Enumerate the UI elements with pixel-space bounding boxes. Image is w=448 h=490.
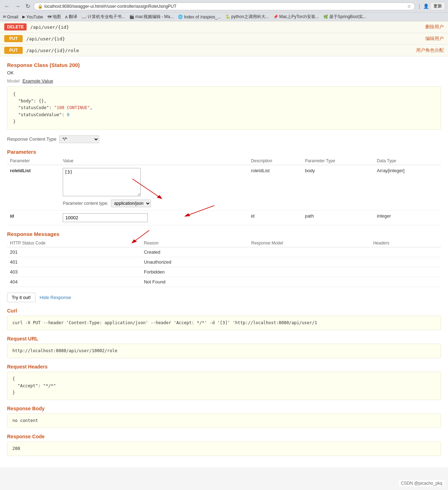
response-body-value: no content bbox=[7, 413, 441, 428]
delete-badge[interactable]: DELETE bbox=[4, 23, 27, 30]
code-line2: "body": {}, bbox=[13, 98, 435, 105]
put-role-desc: 用户角色分配 bbox=[416, 47, 444, 53]
update-button[interactable]: 更新 bbox=[430, 2, 445, 10]
response-messages-table: HTTP Status Code Reason Response Model H… bbox=[7, 239, 441, 287]
python-icon: 🐍 bbox=[225, 15, 230, 19]
bookmark-label: Index of /raspios_... bbox=[184, 15, 221, 19]
response-code-section: Response Code 200 bbox=[7, 434, 441, 456]
youtube-icon: ▶ bbox=[22, 15, 25, 19]
content-area: Response Class (Status 200) OK Model Exa… bbox=[0, 56, 448, 467]
col-reason: Reason bbox=[141, 239, 248, 247]
bookmark-python[interactable]: 🐍 python之调用科大... bbox=[225, 14, 269, 20]
bookmark-index[interactable]: 🌐 Index of /raspios_... bbox=[178, 14, 221, 20]
bookmark-label: mac视频编辑 - Ma... bbox=[135, 14, 174, 20]
request-headers-value: { "Accept": "*/*" } bbox=[7, 372, 441, 400]
gmail-icon: ✉ bbox=[3, 15, 6, 19]
response-row-403: 403 Forbidden bbox=[7, 267, 441, 277]
status-code-401: 401 bbox=[7, 257, 141, 267]
response-messages-section: Response Messages HTTP Status Code Reaso… bbox=[7, 231, 441, 287]
try-it-row: Try it out! Hide Response bbox=[7, 293, 441, 302]
star-icon[interactable]: ☆ bbox=[407, 4, 411, 9]
param-content-type-row: Parameter content type: application/json bbox=[63, 199, 245, 207]
param-value-cell-roleidlist: [3] Parameter content type: application/… bbox=[60, 165, 248, 210]
parameters-title: Parameters bbox=[7, 149, 441, 155]
status-ok: OK bbox=[7, 70, 441, 75]
headers-403 bbox=[370, 267, 441, 277]
book-icon: 📖 bbox=[82, 15, 86, 19]
bookmark-label: YouTube bbox=[26, 15, 43, 19]
put-role-path: /api/user/{id}/role bbox=[26, 48, 416, 53]
param-type-id: path bbox=[302, 210, 374, 225]
code-line3: "statusCode": "100 CONTINUE", bbox=[13, 105, 435, 111]
col-value: Value bbox=[60, 157, 248, 165]
status-code-201: 201 bbox=[7, 247, 141, 257]
response-messages-title: Response Messages bbox=[7, 231, 441, 237]
browser-actions: ⋮ 👤 更新 bbox=[417, 2, 445, 10]
response-header-row: HTTP Status Code Reason Response Model H… bbox=[7, 239, 441, 247]
bookmark-maps[interactable]: 🗺 地图 bbox=[47, 14, 61, 20]
response-ct-label: Response Content Type bbox=[7, 136, 56, 142]
profile-button[interactable]: 👤 bbox=[423, 4, 429, 9]
bookmark-gmail[interactable]: ✉ Gmail bbox=[3, 14, 18, 20]
model-401 bbox=[248, 257, 370, 267]
parameters-section: Parameters Parameter Value Description P… bbox=[7, 149, 441, 225]
param-name-roleidlist: roleIdList bbox=[7, 165, 60, 210]
model-404 bbox=[248, 277, 370, 287]
param-row-roleidlist: roleIdList [3] Parameter content type: a… bbox=[7, 165, 441, 210]
response-code-block: { "body": {}, "statusCode": "100 CONTINU… bbox=[7, 86, 441, 130]
bookmark-ebook[interactable]: 📖 计算机专业电子书... bbox=[82, 14, 125, 20]
spring-icon: 🌿 bbox=[323, 15, 328, 19]
parameters-table: Parameter Value Description Parameter Ty… bbox=[7, 157, 441, 225]
bookmark-translate[interactable]: A 翻译 bbox=[65, 14, 77, 20]
param-value-cell-id bbox=[60, 210, 248, 225]
delete-desc: 删除用户 bbox=[425, 24, 444, 30]
bookmark-springboot[interactable]: 🌿 基于SpringBoot实... bbox=[323, 14, 366, 20]
hide-response-link[interactable]: Hide Response bbox=[40, 295, 71, 300]
response-body-section: Response Body no content bbox=[7, 406, 441, 428]
params-header-row: Parameter Value Description Parameter Ty… bbox=[7, 157, 441, 165]
col-response-model: Response Model bbox=[248, 239, 370, 247]
pytorch-icon: 📌 bbox=[273, 15, 278, 19]
back-button[interactable]: ← bbox=[3, 2, 11, 10]
extensions-button[interactable]: ⋮ bbox=[417, 4, 422, 9]
model-label: Model bbox=[7, 78, 19, 84]
param-input-id[interactable] bbox=[63, 213, 148, 222]
endpoint-put-role: PUT /api/user/{id}/role 用户角色分配 bbox=[0, 45, 448, 56]
param-textarea-roleidlist[interactable]: [3] bbox=[63, 168, 141, 196]
col-param-type: Parameter Type bbox=[302, 157, 374, 165]
bookmarks-bar: ✉ Gmail ▶ YouTube 🗺 地图 A 翻译 📖 计算机专业电子书..… bbox=[0, 13, 448, 21]
col-headers: Headers bbox=[370, 239, 441, 247]
forward-button[interactable]: → bbox=[13, 2, 22, 10]
model-201 bbox=[248, 247, 370, 257]
request-url-section: Request URL http://localhost:8080/api/us… bbox=[7, 336, 441, 358]
refresh-button[interactable]: ↻ bbox=[24, 2, 32, 10]
bookmark-label: python之调用科大... bbox=[231, 14, 269, 20]
param-desc-id: id bbox=[248, 210, 302, 225]
response-row-401: 401 Unauthorized bbox=[7, 257, 441, 267]
put-user-desc: 编辑用户 bbox=[425, 35, 444, 42]
try-it-button[interactable]: Try it out! bbox=[7, 293, 35, 302]
bookmark-pytorch[interactable]: 📌 Mac上PyTorch安装... bbox=[273, 14, 319, 20]
bookmark-mac-video[interactable]: 🎬 mac视频编辑 - Ma... bbox=[129, 14, 174, 20]
status-code-403: 403 bbox=[7, 267, 141, 277]
example-value-tab[interactable]: Example Value bbox=[22, 78, 53, 84]
bookmark-youtube[interactable]: ▶ YouTube bbox=[22, 14, 43, 20]
param-desc-roleidlist: roleIdList bbox=[248, 165, 302, 210]
status-code-404: 404 bbox=[7, 277, 141, 287]
col-parameter: Parameter bbox=[7, 157, 60, 165]
col-http-status: HTTP Status Code bbox=[7, 239, 141, 247]
delete-path: /api/user/{id} bbox=[30, 24, 425, 30]
bookmark-label: 计算机专业电子书... bbox=[88, 14, 125, 20]
param-ct-select[interactable]: application/json bbox=[111, 199, 151, 207]
maps-icon: 🗺 bbox=[47, 15, 51, 19]
code-line4: "statusCodeValue": 0 bbox=[13, 112, 435, 118]
headers-404 bbox=[370, 277, 441, 287]
bookmark-label: Mac上PyTorch安装... bbox=[279, 14, 319, 20]
put-user-badge[interactable]: PUT bbox=[4, 35, 23, 42]
reason-unauthorized: Unauthorized bbox=[141, 257, 248, 267]
put-role-badge[interactable]: PUT bbox=[4, 47, 23, 54]
headers-401 bbox=[370, 257, 441, 267]
response-ct-select[interactable]: */* application/json bbox=[59, 135, 99, 143]
put-user-path: /api/user/{id} bbox=[26, 36, 425, 41]
address-bar[interactable]: 🔒 localhost:8080/swagger-ui.html#!/user-… bbox=[34, 2, 415, 10]
